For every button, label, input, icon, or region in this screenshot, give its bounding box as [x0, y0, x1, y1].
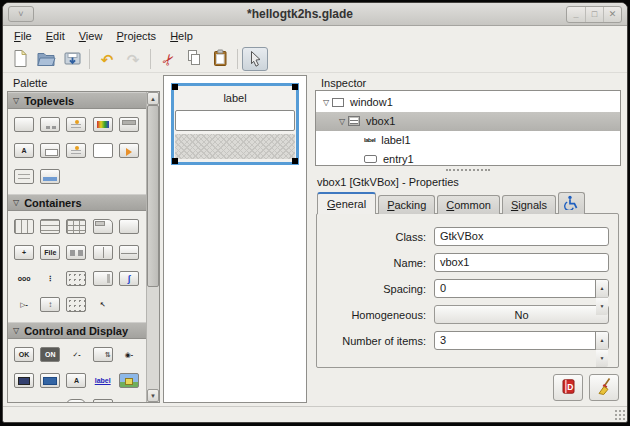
menu-projects[interactable]: Projects [109, 28, 163, 44]
selection-handle[interactable] [172, 84, 178, 90]
homogeneous-toggle-button[interactable]: No [434, 305, 609, 324]
palette-item-text-view[interactable] [93, 399, 113, 402]
scroll-up-button[interactable]: ▲ [147, 92, 159, 105]
expander-open-icon[interactable]: ▽ [320, 98, 332, 107]
palette-item-assistant[interactable] [40, 169, 60, 184]
palette-item-notebook[interactable] [93, 219, 113, 234]
tree-row-vbox1[interactable]: ▽vbox1 [316, 112, 620, 131]
palette-item-menu-bar[interactable]: File [40, 245, 60, 260]
minimize-button[interactable]: _ [567, 7, 585, 22]
entry1-preview[interactable] [175, 110, 295, 131]
palette-section-containers[interactable]: ▽Containers [8, 194, 146, 211]
palette-item-table[interactable] [66, 219, 86, 234]
window-menu-button[interactable]: ˅ [8, 6, 34, 22]
open-button[interactable] [33, 47, 59, 71]
palette-item-icon-view[interactable] [66, 297, 86, 312]
palette-section-control-and-display[interactable]: ▽Control and Display [8, 322, 146, 339]
palette-item-h-paned[interactable] [93, 245, 113, 260]
design-canvas[interactable]: label [163, 75, 307, 403]
palette-item-v-box[interactable] [40, 219, 60, 234]
window1-preview[interactable]: label [171, 83, 299, 165]
palette-item-v-paned[interactable] [119, 245, 139, 260]
tab-packing[interactable]: Packing [378, 195, 435, 214]
palette-item-scrolled-window[interactable] [93, 271, 113, 286]
menu-edit[interactable]: Edit [39, 28, 72, 44]
selection-handle[interactable] [292, 158, 298, 164]
paste-button[interactable] [207, 47, 233, 71]
maximize-button[interactable]: □ [585, 7, 603, 22]
resize-grip[interactable] [614, 409, 625, 420]
palette-item-message-dialog[interactable] [66, 143, 86, 158]
palette-item-alignment[interactable]: ↖ [93, 297, 113, 312]
palette-item-font-button[interactable]: A [66, 373, 86, 388]
palette-item-handle-box[interactable]: ʃ [119, 271, 139, 286]
reset-button[interactable] [589, 374, 619, 401]
panel-splitter[interactable] [315, 166, 621, 175]
palette-item-progress-bar[interactable] [66, 399, 86, 402]
palette-item-window[interactable] [14, 117, 34, 132]
palette-item-radio-button[interactable]: ◉- [119, 347, 139, 362]
spacing-spinner[interactable]: 0▲▼ [434, 279, 609, 298]
palette-item-color-button[interactable] [14, 373, 34, 388]
palette-item-label[interactable]: label [14, 399, 34, 402]
palette-item-file-chooser-save[interactable] [119, 143, 139, 158]
palette-item-h-box[interactable] [14, 219, 34, 234]
number-of-items-spinner[interactable]: 3▲▼ [434, 331, 609, 350]
palette-item-file-chooser-widget[interactable] [93, 143, 113, 158]
selection-handle[interactable] [292, 84, 298, 90]
palette-section-toplevels[interactable]: ▽Toplevels [8, 92, 146, 109]
menu-help[interactable]: Help [163, 28, 200, 44]
class-field[interactable]: GtkVBox [434, 227, 609, 246]
palette-item-v-button-box[interactable]: ⋮ [40, 271, 60, 286]
spin-down-button[interactable]: ▼ [596, 350, 608, 367]
cut-button[interactable]: ✂ [155, 47, 181, 71]
palette-item-toolbar[interactable] [66, 245, 86, 260]
titlebar[interactable]: ˅ *hellogtk2hs.glade _ □ ✕ [3, 3, 627, 26]
palette-item-viewport[interactable] [40, 297, 60, 312]
palette-item-layout[interactable] [66, 271, 86, 286]
new-button[interactable] [7, 47, 33, 71]
palette-item-entry[interactable] [40, 373, 60, 388]
palette-item-input-dialog[interactable] [40, 143, 60, 158]
empty-slot-placeholder[interactable] [175, 134, 295, 159]
label1-preview[interactable]: label [174, 86, 296, 110]
tab-common[interactable]: Common [437, 195, 500, 214]
palette-item-check-button[interactable]: ✓- [66, 347, 86, 362]
selector-button[interactable] [242, 47, 268, 71]
menu-file[interactable]: File [7, 28, 39, 44]
palette-item-button[interactable]: OK [14, 347, 34, 362]
spin-down-button[interactable]: ▼ [596, 298, 608, 315]
palette-item-toggle-button[interactable]: ON [40, 347, 60, 362]
palette-item-fixed[interactable]: + [14, 245, 34, 260]
spin-up-button[interactable]: ▲ [596, 280, 608, 298]
palette-item-accel-label[interactable]: -F1 [40, 399, 60, 402]
palette-item-file-chooser-dialog[interactable] [119, 117, 139, 132]
copy-button[interactable] [181, 47, 207, 71]
palette-item-frame[interactable] [119, 219, 139, 234]
palette-item-image[interactable] [119, 373, 139, 388]
palette-item-expander[interactable]: ▷- [14, 297, 34, 312]
expander-open-icon[interactable]: ▽ [336, 117, 348, 126]
palette-item-recent-chooser-dialog[interactable] [14, 169, 34, 184]
save-button[interactable] [59, 47, 85, 71]
tree-row-window1[interactable]: ▽window1 [316, 93, 620, 112]
palette-item-spin-button[interactable] [93, 347, 113, 362]
scroll-down-button[interactable]: ▼ [147, 389, 159, 402]
menu-view[interactable]: View [72, 28, 110, 44]
palette-item-dialog[interactable] [40, 117, 60, 132]
scrollbar-thumb[interactable] [147, 105, 159, 287]
scrollbar-trough[interactable] [147, 105, 159, 389]
palette-scrollbar[interactable]: ▲ ▼ [146, 92, 159, 402]
name-field[interactable]: vbox1 [434, 253, 609, 272]
palette-item-font-selection-dialog[interactable]: A [14, 143, 34, 158]
tab-general[interactable]: General [317, 192, 376, 214]
tab-signals[interactable]: Signals [502, 195, 556, 214]
tree-row-label1[interactable]: labellabel1 [316, 131, 620, 150]
palette-item-about-dialog[interactable] [66, 117, 86, 132]
selection-handle[interactable] [172, 158, 178, 164]
palette-item-color-selection-dialog[interactable] [93, 117, 113, 132]
palette-item-h-button-box[interactable]: ooo [14, 271, 34, 286]
close-button[interactable]: ✕ [603, 7, 621, 22]
redo-button[interactable]: ↷ [120, 47, 146, 71]
undo-button[interactable]: ↶ [94, 47, 120, 71]
